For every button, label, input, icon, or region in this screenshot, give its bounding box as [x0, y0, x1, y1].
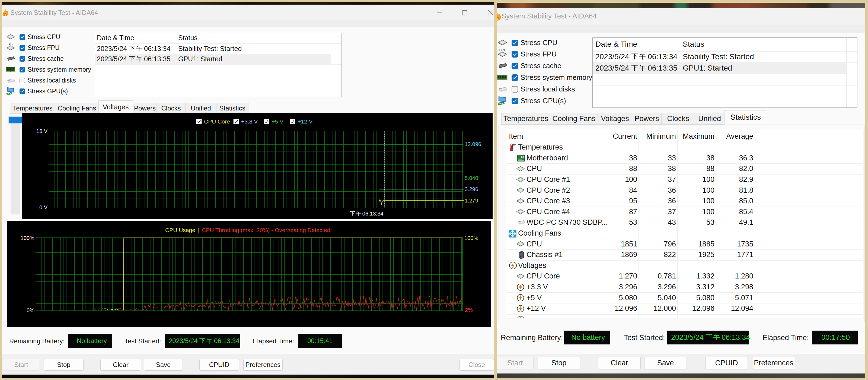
svg-text:3: 3: [11, 43, 12, 46]
svg-text:1: 1: [499, 49, 500, 52]
svg-text:2: 2: [9, 42, 10, 45]
svg-text:1: 1: [7, 43, 8, 46]
svg-text:2: 2: [501, 48, 502, 51]
svg-text:3: 3: [503, 49, 505, 52]
